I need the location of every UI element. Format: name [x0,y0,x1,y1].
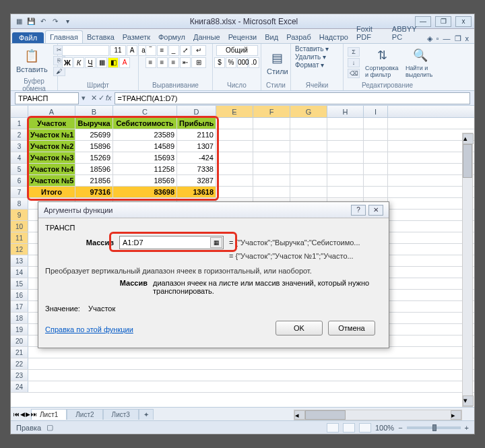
ok-button[interactable]: OK [276,321,323,335]
cell[interactable] [364,164,388,174]
cell[interactable]: Себистоимость [113,118,177,129]
tab-data[interactable]: Данные [189,31,224,43]
zoom-out-icon[interactable]: − [398,424,402,432]
close-button[interactable]: x [455,16,472,27]
cell[interactable]: Участок №1 [28,129,75,140]
align-left-icon[interactable]: ≡ [146,57,156,68]
formula-input[interactable]: =ТРАНСП(A1:D7) [115,92,470,104]
sheet-tab-2[interactable]: Лист2 [67,409,102,420]
row-header[interactable]: 23 [11,370,28,381]
cell[interactable] [327,118,364,129]
sort-filter-button[interactable]: ⇅ Сортировка и фильтр [364,46,400,79]
align-middle-icon[interactable]: ≡ [157,45,168,56]
cell[interactable]: 15693 [113,152,177,163]
orientation-icon[interactable]: ⤢ [180,45,191,56]
cancel-formula-icon[interactable]: ✕ [91,94,97,102]
indent-decrease-icon[interactable]: ⇤ [180,57,191,68]
col-header-a[interactable]: A [28,106,75,117]
cell[interactable] [253,175,290,186]
cell[interactable] [327,187,364,197]
row-header[interactable]: 12 [11,244,28,255]
cell[interactable] [290,164,327,174]
doc-max-icon[interactable]: ❐ [455,34,461,43]
cell[interactable] [216,118,253,129]
scroll-up-icon[interactable]: ▴ [463,133,474,144]
row-header[interactable]: 19 [11,324,28,335]
arg-input[interactable]: A1:D7 ▦ [119,236,224,249]
cell[interactable]: Прибыль [177,118,216,129]
cell[interactable] [364,118,388,129]
cell[interactable]: Участок №4 [28,164,75,174]
tab-view[interactable]: Вид [261,31,282,43]
zoom-level[interactable]: 100% [375,424,394,432]
border-icon[interactable]: ▦ [96,57,107,68]
dialog-titlebar[interactable]: Аргументы функции ? ✕ [38,202,389,218]
align-top-icon[interactable]: ‾ [146,45,156,56]
help-icon[interactable]: ◈ [427,34,432,43]
row-header[interactable]: 8 [11,198,28,209]
cell[interactable] [253,118,290,129]
tab-file[interactable]: Файл [12,32,44,43]
macro-record-icon[interactable]: ▢ [46,423,53,432]
row-header[interactable]: 2 [11,129,28,140]
sheet-nav-last-icon[interactable]: ⏭ [31,411,37,418]
scroll-right-icon[interactable]: ▸ [451,410,461,420]
scroll-thumb[interactable] [463,144,472,178]
new-sheet-icon[interactable]: ✦ [139,409,154,420]
cell[interactable] [216,152,253,163]
namebox-dropdown-icon[interactable]: ▾ [79,94,88,102]
range-picker-icon[interactable]: ▦ [210,237,222,248]
col-header-d[interactable]: D [177,106,216,117]
cell[interactable]: 97316 [75,187,113,197]
italic-icon[interactable]: К [73,57,84,68]
row-header[interactable]: 9 [11,210,28,220]
cell[interactable] [364,187,388,197]
cell[interactable] [216,175,253,186]
cell[interactable] [290,187,327,197]
cell[interactable]: Участок №2 [28,141,75,152]
cell[interactable]: 18569 [113,175,177,186]
clear-icon[interactable]: ⌫ [348,69,360,78]
wrap-text-icon[interactable]: ↵ [191,45,206,56]
page-layout-view-icon[interactable] [343,423,355,433]
cells-insert-button[interactable]: Вставить ▾ [295,45,329,53]
font-family-select[interactable] [62,45,109,56]
tab-home[interactable]: Главная [45,30,83,43]
cell[interactable] [327,152,364,163]
cell[interactable] [327,164,364,174]
row-header[interactable]: 10 [11,221,28,232]
cell[interactable] [327,141,364,152]
col-header-g[interactable]: G [290,106,327,117]
cell[interactable]: 2110 [177,129,216,140]
cell[interactable] [253,152,290,163]
cell[interactable]: 25699 [75,129,113,140]
tab-developer[interactable]: Разраб [282,31,315,43]
save-icon[interactable]: 💾 [26,16,36,27]
cells-format-button[interactable]: Формат ▾ [295,61,324,69]
cell[interactable]: 18596 [75,164,113,174]
font-color-icon[interactable]: A [119,57,130,68]
align-center-icon[interactable]: ≡ [157,57,168,68]
cell[interactable] [216,129,253,140]
cell[interactable] [364,175,388,186]
row-header[interactable]: 21 [11,347,28,358]
tab-foxit[interactable]: Foxit PDF [352,23,388,43]
cell[interactable] [216,187,253,197]
cell[interactable]: 3287 [177,175,216,186]
tab-insert[interactable]: Вставка [83,31,119,43]
col-header-e[interactable]: E [216,106,253,117]
row-header[interactable]: 24 [11,381,28,392]
scroll-thumb-h[interactable] [305,410,346,420]
paste-button[interactable]: 📋 Вставить [15,46,49,75]
cell[interactable] [253,187,290,197]
fx-icon[interactable]: fx [106,94,112,102]
row-header[interactable]: 17 [11,301,28,312]
cell[interactable] [290,175,327,186]
undo-icon[interactable]: ↶ [38,16,48,27]
scroll-left-icon[interactable]: ◂ [294,410,305,420]
cancel-button[interactable]: Отмена [328,321,375,335]
cell[interactable] [290,152,327,163]
cell[interactable] [290,141,327,152]
row-header[interactable]: 5 [11,164,28,174]
row-header[interactable]: 3 [11,141,28,152]
